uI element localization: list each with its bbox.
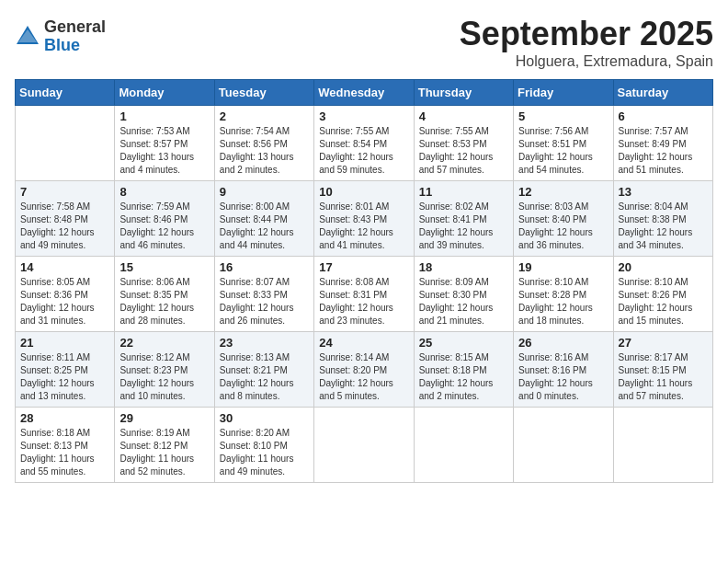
day-number: 23 bbox=[220, 336, 309, 350]
calendar-cell: 23Sunrise: 8:13 AMSunset: 8:21 PMDayligh… bbox=[214, 332, 313, 408]
day-info: Sunrise: 8:09 AMSunset: 8:30 PMDaylight:… bbox=[419, 276, 508, 327]
calendar-cell bbox=[16, 106, 115, 181]
calendar-cell: 4Sunrise: 7:55 AMSunset: 8:53 PMDaylight… bbox=[414, 106, 513, 181]
week-row-3: 14Sunrise: 8:05 AMSunset: 8:36 PMDayligh… bbox=[16, 257, 713, 332]
day-number: 27 bbox=[619, 336, 708, 350]
day-info: Sunrise: 8:15 AMSunset: 8:18 PMDaylight:… bbox=[419, 351, 508, 403]
day-info: Sunrise: 8:18 AMSunset: 8:13 PMDaylight:… bbox=[20, 427, 109, 478]
day-number: 14 bbox=[20, 260, 109, 274]
calendar-cell: 18Sunrise: 8:09 AMSunset: 8:30 PMDayligh… bbox=[414, 257, 513, 332]
day-number: 8 bbox=[119, 185, 209, 199]
day-info: Sunrise: 8:19 AMSunset: 8:12 PMDaylight:… bbox=[119, 427, 209, 478]
calendar-cell: 2Sunrise: 7:54 AMSunset: 8:56 PMDaylight… bbox=[214, 106, 313, 181]
calendar-cell: 29Sunrise: 8:19 AMSunset: 8:12 PMDayligh… bbox=[115, 408, 214, 483]
day-info: Sunrise: 8:08 AMSunset: 8:31 PMDaylight:… bbox=[319, 276, 408, 327]
day-number: 4 bbox=[419, 109, 508, 123]
day-info: Sunrise: 8:17 AMSunset: 8:15 PMDaylight:… bbox=[619, 351, 708, 403]
day-number: 10 bbox=[319, 185, 408, 199]
weekday-header-monday: Monday bbox=[115, 80, 214, 106]
location-title: Holguera, Extremadura, Spain bbox=[460, 53, 713, 70]
day-info: Sunrise: 7:55 AMSunset: 8:53 PMDaylight:… bbox=[419, 125, 508, 177]
day-number: 19 bbox=[518, 260, 608, 274]
day-info: Sunrise: 7:54 AMSunset: 8:56 PMDaylight:… bbox=[220, 125, 309, 177]
calendar-table: SundayMondayTuesdayWednesdayThursdayFrid… bbox=[15, 79, 713, 483]
calendar-cell: 5Sunrise: 7:56 AMSunset: 8:51 PMDaylight… bbox=[514, 106, 613, 181]
calendar-cell: 19Sunrise: 8:10 AMSunset: 8:28 PMDayligh… bbox=[514, 257, 613, 332]
calendar-cell: 14Sunrise: 8:05 AMSunset: 8:36 PMDayligh… bbox=[16, 257, 115, 332]
day-info: Sunrise: 8:00 AMSunset: 8:44 PMDaylight:… bbox=[220, 201, 309, 252]
calendar-cell: 30Sunrise: 8:20 AMSunset: 8:10 PMDayligh… bbox=[214, 408, 313, 483]
week-row-5: 28Sunrise: 8:18 AMSunset: 8:13 PMDayligh… bbox=[16, 408, 713, 483]
logo-icon bbox=[15, 24, 40, 50]
day-number: 22 bbox=[119, 336, 209, 350]
week-row-4: 21Sunrise: 8:11 AMSunset: 8:25 PMDayligh… bbox=[16, 332, 713, 408]
day-number: 7 bbox=[20, 185, 109, 199]
day-info: Sunrise: 8:14 AMSunset: 8:20 PMDaylight:… bbox=[319, 351, 408, 403]
calendar-cell: 17Sunrise: 8:08 AMSunset: 8:31 PMDayligh… bbox=[314, 257, 414, 332]
week-row-2: 7Sunrise: 7:58 AMSunset: 8:48 PMDaylight… bbox=[16, 181, 713, 257]
calendar-cell: 3Sunrise: 7:55 AMSunset: 8:54 PMDaylight… bbox=[314, 106, 414, 181]
logo-blue-text: Blue bbox=[44, 37, 106, 55]
calendar-cell: 12Sunrise: 8:03 AMSunset: 8:40 PMDayligh… bbox=[514, 181, 613, 257]
day-info: Sunrise: 7:56 AMSunset: 8:51 PMDaylight:… bbox=[518, 125, 608, 177]
calendar-cell bbox=[613, 408, 712, 483]
day-info: Sunrise: 8:12 AMSunset: 8:23 PMDaylight:… bbox=[119, 351, 209, 403]
calendar-cell: 25Sunrise: 8:15 AMSunset: 8:18 PMDayligh… bbox=[414, 332, 513, 408]
calendar-cell: 24Sunrise: 8:14 AMSunset: 8:20 PMDayligh… bbox=[314, 332, 414, 408]
calendar-cell: 8Sunrise: 7:59 AMSunset: 8:46 PMDaylight… bbox=[115, 181, 214, 257]
day-number: 6 bbox=[619, 109, 708, 123]
day-info: Sunrise: 8:01 AMSunset: 8:43 PMDaylight:… bbox=[319, 201, 408, 252]
calendar-cell: 22Sunrise: 8:12 AMSunset: 8:23 PMDayligh… bbox=[115, 332, 214, 408]
calendar-cell: 16Sunrise: 8:07 AMSunset: 8:33 PMDayligh… bbox=[214, 257, 313, 332]
day-number: 12 bbox=[518, 185, 608, 199]
calendar-cell: 11Sunrise: 8:02 AMSunset: 8:41 PMDayligh… bbox=[414, 181, 513, 257]
weekday-header-thursday: Thursday bbox=[414, 80, 513, 106]
week-row-1: 1Sunrise: 7:53 AMSunset: 8:57 PMDaylight… bbox=[16, 106, 713, 181]
day-info: Sunrise: 8:13 AMSunset: 8:21 PMDaylight:… bbox=[220, 351, 309, 403]
day-number: 5 bbox=[518, 109, 608, 123]
calendar-cell: 6Sunrise: 7:57 AMSunset: 8:49 PMDaylight… bbox=[613, 106, 712, 181]
calendar-cell: 26Sunrise: 8:16 AMSunset: 8:16 PMDayligh… bbox=[514, 332, 613, 408]
day-info: Sunrise: 7:55 AMSunset: 8:54 PMDaylight:… bbox=[319, 125, 408, 177]
day-number: 9 bbox=[220, 185, 309, 199]
day-number: 30 bbox=[220, 411, 309, 425]
day-info: Sunrise: 8:10 AMSunset: 8:28 PMDaylight:… bbox=[518, 276, 608, 327]
calendar-cell: 27Sunrise: 8:17 AMSunset: 8:15 PMDayligh… bbox=[613, 332, 712, 408]
weekday-header-wednesday: Wednesday bbox=[314, 80, 414, 106]
logo: General Blue bbox=[15, 18, 106, 55]
day-number: 15 bbox=[119, 260, 209, 274]
calendar-cell bbox=[414, 408, 513, 483]
calendar-cell: 15Sunrise: 8:06 AMSunset: 8:35 PMDayligh… bbox=[115, 257, 214, 332]
calendar-cell: 7Sunrise: 7:58 AMSunset: 8:48 PMDaylight… bbox=[16, 181, 115, 257]
logo-text: General Blue bbox=[44, 18, 106, 55]
day-number: 20 bbox=[619, 260, 708, 274]
logo-general-text: General bbox=[44, 18, 106, 37]
day-number: 13 bbox=[619, 185, 708, 199]
calendar-cell: 10Sunrise: 8:01 AMSunset: 8:43 PMDayligh… bbox=[314, 181, 414, 257]
calendar-cell: 20Sunrise: 8:10 AMSunset: 8:26 PMDayligh… bbox=[613, 257, 712, 332]
month-title: September 2025 bbox=[460, 15, 713, 53]
day-info: Sunrise: 8:10 AMSunset: 8:26 PMDaylight:… bbox=[619, 276, 708, 327]
calendar-cell: 21Sunrise: 8:11 AMSunset: 8:25 PMDayligh… bbox=[16, 332, 115, 408]
day-number: 16 bbox=[220, 260, 309, 274]
day-number: 24 bbox=[319, 336, 408, 350]
day-number: 18 bbox=[419, 260, 508, 274]
day-number: 17 bbox=[319, 260, 408, 274]
day-info: Sunrise: 8:05 AMSunset: 8:36 PMDaylight:… bbox=[20, 276, 109, 327]
calendar-cell bbox=[514, 408, 613, 483]
day-info: Sunrise: 8:20 AMSunset: 8:10 PMDaylight:… bbox=[220, 427, 309, 478]
calendar-cell: 1Sunrise: 7:53 AMSunset: 8:57 PMDaylight… bbox=[115, 106, 214, 181]
day-info: Sunrise: 8:16 AMSunset: 8:16 PMDaylight:… bbox=[518, 351, 608, 403]
day-info: Sunrise: 7:58 AMSunset: 8:48 PMDaylight:… bbox=[20, 201, 109, 252]
day-number: 28 bbox=[20, 411, 109, 425]
title-area: September 2025 Holguera, Extremadura, Sp… bbox=[460, 15, 713, 70]
day-info: Sunrise: 8:06 AMSunset: 8:35 PMDaylight:… bbox=[119, 276, 209, 327]
day-number: 11 bbox=[419, 185, 508, 199]
day-info: Sunrise: 7:59 AMSunset: 8:46 PMDaylight:… bbox=[119, 201, 209, 252]
day-number: 1 bbox=[119, 109, 209, 123]
weekday-header-sunday: Sunday bbox=[16, 80, 115, 106]
day-number: 3 bbox=[319, 109, 408, 123]
day-info: Sunrise: 8:04 AMSunset: 8:38 PMDaylight:… bbox=[619, 201, 708, 252]
calendar-cell: 9Sunrise: 8:00 AMSunset: 8:44 PMDaylight… bbox=[214, 181, 313, 257]
day-number: 29 bbox=[119, 411, 209, 425]
